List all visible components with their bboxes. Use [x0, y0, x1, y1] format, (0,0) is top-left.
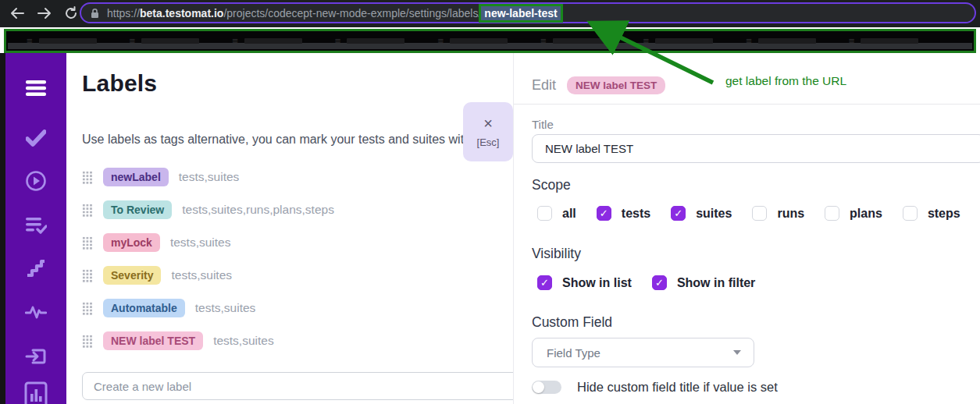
label-list: newLabel tests,suites To Review tests,su… — [82, 161, 504, 357]
forward-icon[interactable] — [34, 3, 55, 23]
menu-icon: ≡ — [746, 36, 752, 46]
menu-icon: ≡ — [437, 36, 444, 46]
play-circle-icon[interactable] — [24, 169, 48, 193]
close-icon: × — [483, 115, 493, 131]
menu-icon: ≡ — [27, 36, 33, 46]
menu-icon: ≡ — [849, 36, 855, 46]
checkbox[interactable]: ✓ — [825, 206, 839, 221]
bookmark-item[interactable]: ≡ — [130, 36, 200, 46]
checkbox[interactable]: ✓ — [537, 206, 552, 221]
menu-icon: ≡ — [232, 36, 238, 46]
label-scope: tests,suites,runs,plans,steps — [182, 203, 334, 217]
label-scope: tests,suites — [179, 170, 240, 184]
panel-title: Edit — [532, 77, 556, 94]
edit-label-panel: Edit NEW label TEST Title Scope ✓ all ✓ … — [513, 53, 980, 404]
browser-toolbar: https://beta.testomat.io/projects/codece… — [0, 0, 980, 27]
title-field-label: Title — [532, 118, 554, 131]
field-type-select[interactable]: Field Type — [532, 338, 754, 367]
url-path: /projects/codecept-new-mode-exmple/setti… — [223, 7, 481, 19]
toggle-switch[interactable] — [532, 381, 561, 394]
label-row: Severity tests,suites — [82, 259, 504, 292]
bookmark-item[interactable]: ≡ — [437, 36, 508, 46]
check-icon[interactable] — [24, 126, 48, 150]
label-row: myLock tests,suites — [82, 226, 504, 259]
label-badge[interactable]: Severity — [103, 266, 161, 285]
bookmark-item[interactable]: ≡ — [27, 36, 97, 46]
field-type-value: Field Type — [547, 346, 600, 360]
drag-handle-icon[interactable] — [82, 204, 92, 217]
activity-icon[interactable] — [24, 300, 48, 324]
list-check-icon[interactable] — [24, 214, 48, 237]
visibility-option-show-in-list[interactable]: ✓ Show in list — [537, 275, 632, 290]
checkbox[interactable]: ✓ — [597, 206, 611, 221]
label-badge[interactable]: newLabel — [103, 168, 169, 186]
panel-header-badge: NEW label TEST — [567, 76, 665, 94]
scope-option-all[interactable]: ✓ all — [537, 206, 576, 221]
checkbox[interactable]: ✓ — [671, 206, 686, 221]
scope-option-tests[interactable]: ✓ tests — [597, 206, 650, 221]
toggle-label: Hide custom field title if value is set — [577, 380, 778, 395]
drag-handle-icon[interactable] — [82, 302, 92, 315]
reload-icon[interactable] — [60, 3, 82, 23]
hide-title-toggle-row: Hide custom field title if value is set — [532, 380, 778, 395]
drag-handle-icon[interactable] — [82, 236, 92, 250]
checkbox[interactable]: ✓ — [652, 275, 667, 290]
drag-handle-icon[interactable] — [82, 335, 92, 348]
scope-options: ✓ all ✓ tests ✓ suites ✓ runs ✓ plans ✓ … — [537, 206, 960, 221]
label-row: newLabel tests,suites — [82, 161, 504, 193]
drag-handle-icon[interactable] — [82, 269, 92, 282]
checkbox[interactable]: ✓ — [752, 206, 767, 221]
page-description: Use labels as tags alternative, you can … — [82, 133, 515, 147]
drag-handle-icon[interactable] — [82, 171, 92, 184]
url-bar[interactable]: https://beta.testomat.io/projects/codece… — [80, 2, 976, 23]
bookmark-item[interactable]: ≡ — [335, 36, 405, 46]
menu-icon: ≡ — [643, 36, 650, 46]
label-badge[interactable]: myLock — [103, 233, 160, 252]
create-label-input[interactable] — [82, 372, 531, 400]
url-host: beta.testomat.io — [140, 7, 223, 19]
back-icon[interactable] — [6, 3, 28, 23]
menu-icon[interactable] — [24, 76, 48, 100]
menu-icon: ≡ — [540, 36, 547, 46]
panel-header: Edit NEW label TEST — [532, 76, 665, 94]
scope-option-plans[interactable]: ✓ plans — [825, 206, 882, 221]
title-input[interactable] — [532, 134, 980, 163]
scope-option-steps[interactable]: ✓ steps — [903, 206, 960, 221]
bookmark-item[interactable]: ≡ — [746, 36, 816, 46]
label-row: NEW label TEST tests,suites — [82, 324, 504, 357]
label-scope: tests,suites — [195, 301, 256, 315]
url-selected-segment[interactable]: new-label-test — [481, 6, 560, 20]
label-row: To Review tests,suites,runs,plans,steps — [82, 193, 504, 226]
page-title: Labels — [82, 70, 157, 97]
exit-icon[interactable] — [24, 345, 48, 368]
bookmark-item[interactable]: ≡ — [643, 36, 714, 46]
label-row: Automatable tests,suites — [82, 292, 504, 324]
menu-icon: ≡ — [130, 36, 136, 46]
url-scheme: https:// — [107, 7, 140, 19]
visibility-section-label: Visibility — [532, 246, 581, 262]
scope-option-suites[interactable]: ✓ suites — [671, 206, 732, 221]
bookmark-item[interactable]: ≡ — [849, 36, 919, 46]
lock-icon — [91, 8, 99, 19]
visibility-options: ✓ Show in list ✓ Show in filter — [537, 275, 755, 290]
label-badge[interactable]: Automatable — [103, 299, 185, 317]
checkbox[interactable]: ✓ — [903, 206, 918, 221]
app-window: https://beta.testomat.io/projects/codece… — [0, 0, 980, 404]
label-badge[interactable]: To Review — [103, 200, 172, 219]
scope-option-runs[interactable]: ✓ runs — [752, 206, 804, 221]
steps-icon[interactable] — [24, 257, 48, 280]
esc-hint: [Esc] — [477, 136, 500, 148]
app-sidebar — [5, 53, 66, 404]
close-button[interactable]: × [Esc] — [463, 102, 513, 161]
checkbox[interactable]: ✓ — [537, 275, 552, 290]
visibility-option-show-in-filter[interactable]: ✓ Show in filter — [652, 275, 755, 290]
bar-chart-icon[interactable] — [24, 383, 48, 404]
bookmarks-bar: ≡ ≡ ≡ ≡ ≡ ≡ ≡ ≡ ≡ — [4, 29, 976, 53]
window-edge — [0, 53, 5, 404]
label-scope: tests,suites — [171, 268, 232, 282]
bookmark-item[interactable]: ≡ — [540, 36, 611, 46]
label-badge[interactable]: NEW label TEST — [103, 331, 203, 350]
custom-field-section-label: Custom Field — [532, 314, 612, 331]
scope-section-label: Scope — [532, 177, 571, 193]
bookmark-item[interactable]: ≡ — [232, 36, 302, 46]
